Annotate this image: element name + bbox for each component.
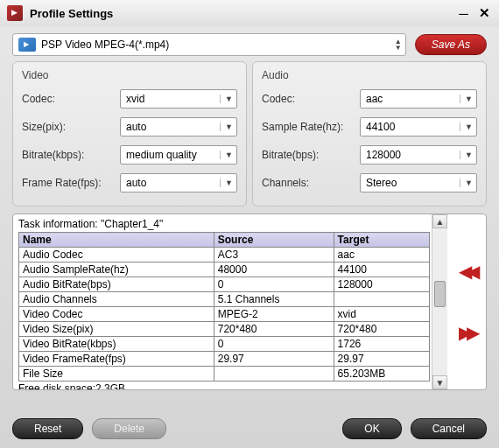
audio-sr-label: Sample Rate(hz):	[262, 121, 360, 133]
video-panel-title: Video	[22, 69, 237, 81]
cell-name: File Size	[19, 367, 214, 382]
table-row[interactable]: Video BitRate(kbps)01726	[19, 337, 430, 352]
cell-source: 48000	[214, 262, 334, 277]
cell-source	[214, 367, 334, 382]
chevron-down-icon: ▼	[460, 122, 473, 131]
cell-name: Audio SampleRate(hz)	[19, 262, 214, 277]
cell-source: 0	[214, 337, 334, 352]
titlebar: Profile Settings ─ ✕	[0, 0, 499, 26]
table-row[interactable]: File Size65.203MB	[19, 367, 430, 382]
audio-sr-dropdown[interactable]: 44100▼	[360, 117, 477, 136]
table-row[interactable]: Video Size(pix)720*480720*480	[19, 322, 430, 337]
table-row[interactable]: Audio BitRate(bps)0128000	[19, 277, 430, 292]
cell-source: 5.1 Channels	[214, 292, 334, 307]
cell-target: 720*480	[334, 322, 429, 337]
scroll-thumb[interactable]	[434, 281, 446, 307]
video-codec-label: Codec:	[22, 93, 120, 105]
profile-icon	[18, 38, 36, 52]
delete-button[interactable]: Delete	[92, 418, 166, 439]
task-info-header: Task information: "Chapter1_4"	[18, 218, 430, 230]
chevron-down-icon: ▼	[460, 94, 473, 103]
nav-arrows: ◀◀ ▶▶	[447, 214, 486, 389]
cell-source: AC3	[214, 248, 334, 262]
video-bitrate-dropdown[interactable]: medium quality▼	[120, 145, 237, 164]
save-as-button[interactable]: Save As	[415, 34, 487, 55]
cell-source: MPEG-2	[214, 307, 334, 322]
profile-selector[interactable]: PSP Video MPEG-4(*.mp4) ▲▼	[12, 33, 406, 56]
chevron-down-icon: ▼	[220, 150, 233, 159]
close-button[interactable]: ✕	[479, 5, 490, 21]
video-bitrate-label: Bitrate(kbps):	[22, 149, 120, 161]
task-info-section: Task information: "Chapter1_4" Name Sour…	[12, 214, 487, 390]
bottom-bar: Reset Delete OK Cancel	[0, 406, 499, 448]
cell-name: Video Codec	[19, 307, 214, 322]
free-disk-label: Free disk space:2.3GB	[18, 382, 430, 389]
vertical-scrollbar[interactable]: ▲ ▼	[432, 214, 447, 389]
cell-target	[334, 292, 429, 307]
table-row[interactable]: Audio Channels5.1 Channels	[19, 292, 430, 307]
cell-target: 44100	[334, 262, 429, 277]
table-row[interactable]: Audio CodecAC3aac	[19, 248, 430, 262]
col-source[interactable]: Source	[214, 233, 334, 248]
video-fps-dropdown[interactable]: auto▼	[120, 173, 237, 192]
next-chapter-icon[interactable]: ▶▶	[459, 322, 474, 343]
settings-panels: Video Codec: xvid▼ Size(pix): auto▼ Bitr…	[0, 61, 499, 206]
chevron-down-icon: ▼	[220, 94, 233, 103]
cell-target: 128000	[334, 277, 429, 292]
table-row[interactable]: Audio SampleRate(hz)4800044100	[19, 262, 430, 277]
audio-channels-label: Channels:	[262, 177, 360, 189]
video-fps-label: Frame Rate(fps):	[22, 177, 120, 189]
scroll-down-icon[interactable]: ▼	[432, 375, 447, 389]
cell-name: Audio Channels	[19, 292, 214, 307]
toolbar: PSP Video MPEG-4(*.mp4) ▲▼ Save As	[0, 26, 499, 61]
col-target[interactable]: Target	[334, 233, 429, 248]
table-row[interactable]: Video FrameRate(fps)29.9729.97	[19, 352, 430, 367]
video-codec-dropdown[interactable]: xvid▼	[120, 89, 237, 108]
chevron-down-icon: ▼	[220, 122, 233, 131]
cell-target: 65.203MB	[334, 367, 429, 382]
cell-target: 1726	[334, 337, 429, 352]
cell-name: Video BitRate(kbps)	[19, 337, 214, 352]
cell-source: 29.97	[214, 352, 334, 367]
cell-source: 0	[214, 277, 334, 292]
scroll-up-icon[interactable]: ▲	[432, 214, 447, 228]
profile-name: PSP Video MPEG-4(*.mp4)	[41, 38, 395, 51]
task-table-wrap: Task information: "Chapter1_4" Name Sour…	[13, 214, 432, 389]
app-icon	[7, 5, 23, 21]
audio-bitrate-dropdown[interactable]: 128000▼	[360, 145, 477, 164]
cell-target: 29.97	[334, 352, 429, 367]
cell-source: 720*480	[214, 322, 334, 337]
table-row[interactable]: Video CodecMPEG-2xvid	[19, 307, 430, 322]
cell-name: Audio Codec	[19, 248, 214, 262]
chevron-down-icon: ▼	[220, 178, 233, 187]
cancel-button[interactable]: Cancel	[411, 418, 487, 439]
cell-name: Video Size(pix)	[19, 322, 214, 337]
audio-codec-label: Codec:	[262, 93, 360, 105]
audio-codec-dropdown[interactable]: aac▼	[360, 89, 477, 108]
prev-chapter-icon[interactable]: ◀◀	[459, 261, 474, 282]
audio-channels-dropdown[interactable]: Stereo▼	[360, 173, 477, 192]
chevron-down-icon: ▼	[460, 150, 473, 159]
video-size-dropdown[interactable]: auto▼	[120, 117, 237, 136]
cell-target: xvid	[334, 307, 429, 322]
cell-target: aac	[334, 248, 429, 262]
col-name[interactable]: Name	[19, 233, 214, 248]
minimize-button[interactable]: ─	[459, 6, 468, 21]
chevron-down-icon: ▼	[460, 178, 473, 187]
video-panel: Video Codec: xvid▼ Size(pix): auto▼ Bitr…	[12, 61, 247, 206]
audio-panel-title: Audio	[262, 69, 477, 81]
spinner-icon[interactable]: ▲▼	[395, 38, 402, 51]
video-size-label: Size(pix):	[22, 121, 120, 133]
profile-settings-window: Profile Settings ─ ✕ PSP Video MPEG-4(*.…	[0, 0, 499, 448]
cell-name: Video FrameRate(fps)	[19, 352, 214, 367]
audio-panel: Audio Codec: aac▼ Sample Rate(hz): 44100…	[252, 61, 487, 206]
window-title: Profile Settings	[30, 7, 448, 20]
reset-button[interactable]: Reset	[12, 418, 83, 439]
audio-bitrate-label: Bitrate(bps):	[262, 149, 360, 161]
cell-name: Audio BitRate(bps)	[19, 277, 214, 292]
task-table: Name Source Target Audio CodecAC3aacAudi…	[18, 232, 430, 382]
ok-button[interactable]: OK	[342, 418, 401, 439]
